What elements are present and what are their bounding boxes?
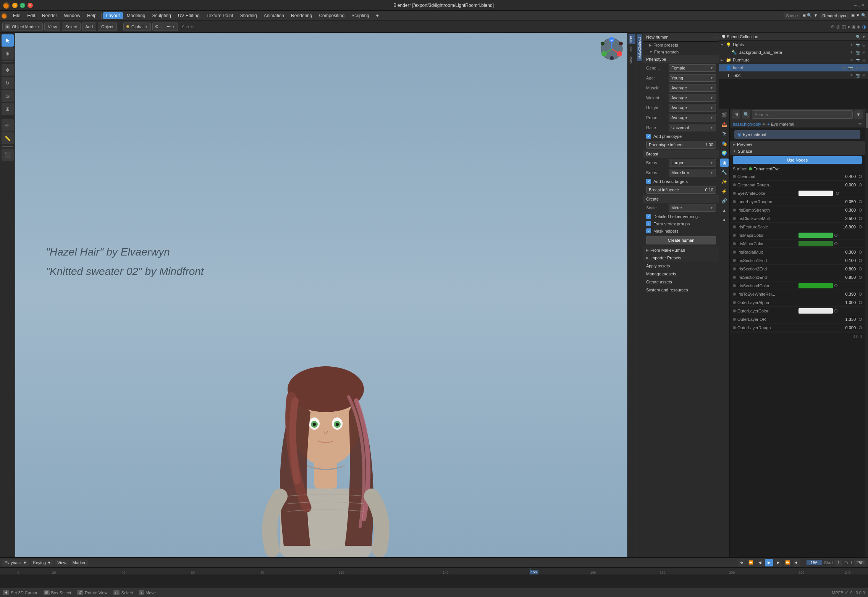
iris-minor-swatch[interactable]: [798, 241, 833, 246]
prop-icon-modifier[interactable]: 🔧: [720, 168, 729, 176]
text-vis-camera-icon[interactable]: 📷: [855, 73, 860, 78]
weight-dropdown[interactable]: Average ▼: [669, 94, 716, 102]
eye-white-link-icon[interactable]: [836, 192, 839, 195]
close-button[interactable]: ✕: [27, 3, 33, 8]
from-makehuman-section[interactable]: ▶ From MakeHuman: [643, 246, 719, 254]
bg-meta-vis-render-icon[interactable]: ◎: [861, 50, 866, 55]
workspace-compositing[interactable]: Compositing: [316, 12, 348, 19]
detailed-helper-checkbox[interactable]: ✓: [646, 214, 651, 219]
outer-alpha-link-icon[interactable]: [859, 301, 862, 304]
clearcoat-value[interactable]: 0.400: [798, 174, 857, 179]
eye-white-swatch[interactable]: [798, 191, 833, 196]
from-scratch-item[interactable]: ▼ From scratch: [643, 49, 719, 55]
add-menu[interactable]: Add: [82, 23, 97, 31]
menu-window[interactable]: Window: [61, 12, 83, 19]
mask-helpers-checkbox[interactable]: ✓: [646, 228, 651, 233]
clearcoat-link-icon[interactable]: [859, 175, 862, 178]
iris-feature-value[interactable]: 16.900: [798, 225, 857, 229]
outer-color-swatch[interactable]: [798, 308, 833, 314]
scale-dropdown[interactable]: Meter ▼: [669, 204, 716, 212]
add-phenotype-checkbox[interactable]: ✓: [646, 134, 651, 139]
vp-tab-view[interactable]: View: [629, 55, 635, 65]
iris-s3-link-icon[interactable]: [859, 276, 862, 279]
iris-clockwise-link-icon[interactable]: [859, 217, 862, 220]
play-button[interactable]: ▶: [765, 559, 773, 566]
clearcoat-rough-value[interactable]: 0.000: [798, 183, 857, 187]
solid-icon[interactable]: ●: [847, 24, 850, 29]
hazel-vis-icon3[interactable]: ◎: [854, 66, 859, 70]
viewport-3d[interactable]: "Hazel Hair" by Elvaerwyn "Knitted sweat…: [15, 33, 636, 557]
object-menu[interactable]: Object: [98, 23, 117, 31]
keying-menu[interactable]: Keying ▼: [31, 560, 54, 566]
use-nodes-button[interactable]: Use Nodes: [733, 156, 862, 164]
create-assets-section[interactable]: Create assets ⋯: [643, 278, 719, 286]
pivot-dropdown[interactable]: ⊙ ↔ ⊷ ▼: [152, 23, 178, 31]
breadcrumb-edit-icon[interactable]: ✏: [858, 121, 862, 126]
rotate-tool-button[interactable]: ↻: [2, 77, 14, 89]
breast-size-dropdown[interactable]: Larger ▼: [669, 159, 716, 167]
from-presets-item[interactable]: ▶ From presets: [643, 42, 719, 49]
start-frame-input[interactable]: 1: [835, 560, 842, 566]
outer-rough-link-icon[interactable]: [859, 326, 862, 329]
prop-icon-scene[interactable]: 🎭: [720, 139, 729, 148]
iris-s4-link-icon[interactable]: [834, 284, 837, 287]
iris-s2-link-icon[interactable]: [859, 267, 862, 270]
view-menu[interactable]: View: [44, 23, 60, 31]
outer-rough-value[interactable]: 0.000: [798, 325, 857, 330]
tree-item-furniture[interactable]: ▶ 📁 Furniture 👁 📷 ◎: [719, 56, 868, 64]
measure-tool-button[interactable]: 📏: [2, 132, 14, 144]
prop-icon-world[interactable]: 🌍: [720, 149, 729, 157]
viewport-gizmo[interactable]: Z: [600, 37, 624, 61]
create-human-button[interactable]: Create human: [646, 236, 716, 244]
bg-meta-vis-eye-icon[interactable]: 👁: [849, 50, 854, 55]
importer-presets-section[interactable]: ▶ Importer Presets: [643, 254, 719, 262]
workspace-shading[interactable]: Shading: [237, 12, 260, 19]
furniture-vis-render-icon[interactable]: ◎: [861, 58, 866, 62]
tree-item-lights[interactable]: ▼ 💡 Lights 👁 📷 ◎: [719, 41, 868, 49]
height-dropdown[interactable]: Average ▼: [669, 104, 716, 112]
scale-tool-button[interactable]: ⇲: [2, 90, 14, 102]
annotation-icon[interactable]: ✏: [191, 24, 194, 29]
workspace-scripting[interactable]: Scripting: [348, 12, 372, 19]
inner-layer-value[interactable]: 0.050: [798, 199, 857, 204]
gizmo-icon[interactable]: ⊕: [831, 24, 835, 29]
transform-dropdown[interactable]: ⊕ Global ▼: [123, 23, 151, 31]
breadcrumb-material[interactable]: ● Eye material: [767, 122, 794, 126]
iris-clockwise-value[interactable]: 3.500: [798, 216, 857, 221]
select-menu[interactable]: Select: [62, 23, 81, 31]
lights-vis-render-icon[interactable]: ◎: [861, 43, 866, 47]
magnet-icon[interactable]: ⊻: [181, 24, 184, 29]
breadcrumb-object[interactable]: hazel.high-poly: [733, 122, 761, 126]
playback-menu[interactable]: Playback ▼: [2, 560, 29, 566]
menu-help[interactable]: Help: [84, 12, 100, 19]
workspace-layout[interactable]: Layout: [103, 12, 123, 19]
bg-meta-vis-camera-icon[interactable]: 📷: [855, 50, 860, 55]
vp-tab-tool[interactable]: Tool: [629, 45, 635, 55]
proportion-dropdown[interactable]: Average ▼: [669, 114, 716, 121]
render-layer-selector[interactable]: RenderLayer: [820, 13, 849, 19]
iris-bump-value[interactable]: 0.300: [798, 208, 857, 212]
race-dropdown[interactable]: Universal ▼: [669, 124, 716, 131]
prop-search-icon[interactable]: 🔍: [742, 110, 750, 119]
iris-radial-link-icon[interactable]: [859, 251, 862, 254]
step-forward-button[interactable]: ⏩: [784, 559, 791, 566]
breast-influence-input[interactable]: Breast influence 0.10: [646, 186, 716, 194]
workspace-modeling[interactable]: Modeling: [124, 12, 149, 19]
iris-eye-white-value[interactable]: 0.390: [798, 292, 857, 296]
gender-dropdown[interactable]: Female ▼: [669, 64, 716, 72]
surface-section-header[interactable]: ▼ Surface: [730, 148, 865, 155]
maximize-button[interactable]: □: [20, 3, 25, 8]
prop-icon-output[interactable]: 📤: [720, 120, 729, 129]
hazel-vis-icon1[interactable]: 👁: [842, 66, 847, 70]
jump-start-button[interactable]: ⏮: [738, 559, 745, 566]
prev-frame-button[interactable]: ◀: [756, 559, 764, 566]
outliner-view-icon[interactable]: ▼: [862, 35, 866, 39]
eye-material-item[interactable]: ◉ Eye material: [734, 130, 860, 139]
prop-icon-view[interactable]: 🔭: [720, 130, 729, 138]
outer-ior-link-icon[interactable]: [859, 318, 862, 321]
workspace-add[interactable]: +: [373, 12, 382, 19]
prop-icon-render[interactable]: 🎬: [720, 111, 729, 119]
prop-search-input[interactable]: [752, 110, 853, 119]
end-frame-input[interactable]: 250: [854, 560, 866, 566]
inner-layer-link-icon[interactable]: [859, 200, 862, 203]
